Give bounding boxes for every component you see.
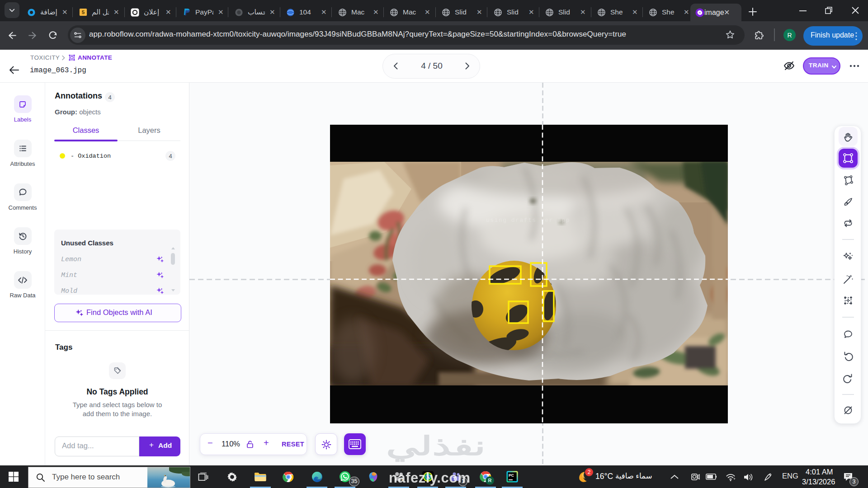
svg-text:PC: PC <box>509 473 514 478</box>
svg-text:5: 5 <box>82 9 85 15</box>
svg-text:using drafts ver app: using drafts ver app <box>486 217 570 224</box>
